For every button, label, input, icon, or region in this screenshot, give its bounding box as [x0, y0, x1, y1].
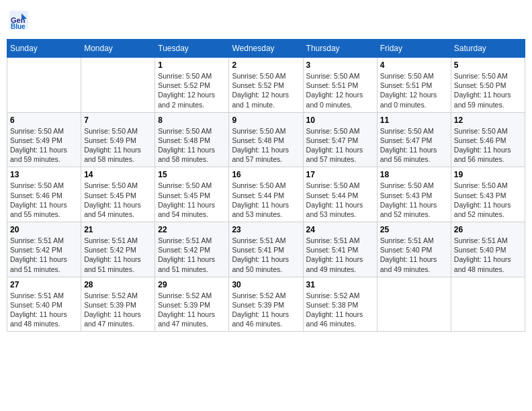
- calendar-cell: 6Sunrise: 5:50 AM Sunset: 5:49 PM Daylig…: [7, 112, 81, 167]
- calendar-cell: 30Sunrise: 5:52 AM Sunset: 5:39 PM Dayli…: [229, 277, 303, 332]
- day-number: 1: [158, 60, 226, 70]
- day-number: 11: [380, 116, 448, 125]
- day-number: 27: [10, 280, 78, 289]
- calendar-cell: 9Sunrise: 5:50 AM Sunset: 5:48 PM Daylig…: [229, 112, 303, 167]
- day-number: 22: [158, 225, 226, 234]
- day-info: Sunrise: 5:50 AM Sunset: 5:48 PM Dayligh…: [158, 126, 226, 165]
- day-number: 31: [306, 280, 374, 289]
- calendar-cell: 1Sunrise: 5:50 AM Sunset: 5:52 PM Daylig…: [155, 58, 229, 113]
- day-info: Sunrise: 5:50 AM Sunset: 5:45 PM Dayligh…: [84, 181, 152, 219]
- day-number: 20: [10, 225, 78, 234]
- weekday-header: Sunday: [7, 40, 81, 58]
- calendar-cell: 26Sunrise: 5:51 AM Sunset: 5:40 PM Dayli…: [451, 222, 525, 277]
- calendar-cell: 16Sunrise: 5:50 AM Sunset: 5:44 PM Dayli…: [229, 167, 303, 222]
- day-info: Sunrise: 5:50 AM Sunset: 5:49 PM Dayligh…: [10, 126, 78, 165]
- calendar-cell: 19Sunrise: 5:50 AM Sunset: 5:43 PM Dayli…: [451, 167, 525, 222]
- calendar-cell: 28Sunrise: 5:52 AM Sunset: 5:39 PM Dayli…: [81, 277, 155, 332]
- day-number: 23: [232, 225, 300, 234]
- day-info: Sunrise: 5:52 AM Sunset: 5:38 PM Dayligh…: [306, 291, 374, 329]
- weekday-header: Saturday: [451, 40, 525, 58]
- calendar-header-row: SundayMondayTuesdayWednesdayThursdayFrid…: [7, 40, 525, 58]
- weekday-header: Thursday: [303, 40, 377, 58]
- day-info: Sunrise: 5:52 AM Sunset: 5:39 PM Dayligh…: [232, 291, 300, 329]
- calendar-cell: 3Sunrise: 5:50 AM Sunset: 5:51 PM Daylig…: [303, 58, 377, 113]
- day-info: Sunrise: 5:50 AM Sunset: 5:49 PM Dayligh…: [84, 126, 152, 165]
- day-number: 24: [306, 225, 374, 234]
- svg-text:Blue: Blue: [11, 23, 26, 30]
- day-number: 21: [84, 225, 152, 234]
- weekday-header: Wednesday: [229, 40, 303, 58]
- day-number: 26: [454, 225, 522, 234]
- day-info: Sunrise: 5:51 AM Sunset: 5:41 PM Dayligh…: [306, 236, 374, 274]
- day-number: 8: [158, 116, 226, 125]
- calendar-cell: 27Sunrise: 5:51 AM Sunset: 5:40 PM Dayli…: [7, 277, 81, 332]
- day-info: Sunrise: 5:51 AM Sunset: 5:40 PM Dayligh…: [10, 291, 78, 329]
- day-number: 30: [232, 280, 300, 289]
- day-number: 13: [10, 170, 78, 179]
- page-header: Gen Blue: [7, 7, 525, 34]
- calendar-cell: 10Sunrise: 5:50 AM Sunset: 5:47 PM Dayli…: [303, 112, 377, 167]
- calendar-cell: 15Sunrise: 5:50 AM Sunset: 5:45 PM Dayli…: [155, 167, 229, 222]
- day-number: 2: [232, 60, 300, 70]
- calendar-cell: 5Sunrise: 5:50 AM Sunset: 5:50 PM Daylig…: [451, 58, 525, 113]
- day-number: 3: [306, 60, 374, 70]
- calendar-cell: 21Sunrise: 5:51 AM Sunset: 5:42 PM Dayli…: [81, 222, 155, 277]
- day-number: 19: [454, 170, 522, 179]
- day-info: Sunrise: 5:50 AM Sunset: 5:44 PM Dayligh…: [232, 181, 300, 219]
- day-number: 14: [84, 170, 152, 179]
- day-info: Sunrise: 5:50 AM Sunset: 5:46 PM Dayligh…: [10, 181, 78, 219]
- day-info: Sunrise: 5:50 AM Sunset: 5:43 PM Dayligh…: [380, 181, 448, 219]
- calendar-week-row: 20Sunrise: 5:51 AM Sunset: 5:42 PM Dayli…: [7, 222, 525, 277]
- day-info: Sunrise: 5:50 AM Sunset: 5:51 PM Dayligh…: [306, 71, 374, 109]
- calendar-week-row: 6Sunrise: 5:50 AM Sunset: 5:49 PM Daylig…: [7, 112, 525, 167]
- calendar-cell: 29Sunrise: 5:52 AM Sunset: 5:39 PM Dayli…: [155, 277, 229, 332]
- calendar-cell: [451, 277, 525, 332]
- day-number: 4: [380, 60, 448, 70]
- day-info: Sunrise: 5:51 AM Sunset: 5:42 PM Dayligh…: [84, 236, 152, 274]
- day-number: 29: [158, 280, 226, 289]
- day-number: 6: [10, 116, 78, 125]
- day-info: Sunrise: 5:50 AM Sunset: 5:44 PM Dayligh…: [306, 181, 374, 219]
- calendar-cell: 2Sunrise: 5:50 AM Sunset: 5:52 PM Daylig…: [229, 58, 303, 113]
- day-number: 16: [232, 170, 300, 179]
- day-info: Sunrise: 5:51 AM Sunset: 5:42 PM Dayligh…: [10, 236, 78, 274]
- day-info: Sunrise: 5:50 AM Sunset: 5:52 PM Dayligh…: [232, 71, 300, 109]
- calendar-cell: 25Sunrise: 5:51 AM Sunset: 5:40 PM Dayli…: [377, 222, 451, 277]
- day-number: 18: [380, 170, 448, 179]
- day-info: Sunrise: 5:51 AM Sunset: 5:41 PM Dayligh…: [232, 236, 300, 274]
- day-info: Sunrise: 5:51 AM Sunset: 5:40 PM Dayligh…: [380, 236, 448, 274]
- calendar-cell: 23Sunrise: 5:51 AM Sunset: 5:41 PM Dayli…: [229, 222, 303, 277]
- day-number: 9: [232, 116, 300, 125]
- day-number: 5: [454, 60, 522, 70]
- calendar-cell: [7, 58, 81, 113]
- day-info: Sunrise: 5:52 AM Sunset: 5:39 PM Dayligh…: [158, 291, 226, 329]
- calendar-cell: 13Sunrise: 5:50 AM Sunset: 5:46 PM Dayli…: [7, 167, 81, 222]
- day-number: 10: [306, 116, 374, 125]
- weekday-header: Friday: [377, 40, 451, 58]
- day-number: 17: [306, 170, 374, 179]
- day-info: Sunrise: 5:50 AM Sunset: 5:51 PM Dayligh…: [380, 71, 448, 109]
- calendar-cell: 17Sunrise: 5:50 AM Sunset: 5:44 PM Dayli…: [303, 167, 377, 222]
- calendar-week-row: 27Sunrise: 5:51 AM Sunset: 5:40 PM Dayli…: [7, 277, 525, 332]
- logo-icon: Gen Blue: [9, 11, 28, 30]
- day-info: Sunrise: 5:50 AM Sunset: 5:47 PM Dayligh…: [380, 126, 448, 165]
- day-info: Sunrise: 5:50 AM Sunset: 5:50 PM Dayligh…: [454, 71, 522, 109]
- day-info: Sunrise: 5:50 AM Sunset: 5:47 PM Dayligh…: [306, 126, 374, 165]
- calendar-cell: 31Sunrise: 5:52 AM Sunset: 5:38 PM Dayli…: [303, 277, 377, 332]
- day-info: Sunrise: 5:50 AM Sunset: 5:45 PM Dayligh…: [158, 181, 226, 219]
- calendar-week-row: 1Sunrise: 5:50 AM Sunset: 5:52 PM Daylig…: [7, 58, 525, 113]
- day-info: Sunrise: 5:50 AM Sunset: 5:46 PM Dayligh…: [454, 126, 522, 165]
- calendar-cell: [81, 58, 155, 113]
- calendar-week-row: 13Sunrise: 5:50 AM Sunset: 5:46 PM Dayli…: [7, 167, 525, 222]
- weekday-header: Monday: [81, 40, 155, 58]
- day-info: Sunrise: 5:50 AM Sunset: 5:52 PM Dayligh…: [158, 71, 226, 109]
- weekday-header: Tuesday: [155, 40, 229, 58]
- calendar-cell: 8Sunrise: 5:50 AM Sunset: 5:48 PM Daylig…: [155, 112, 229, 167]
- calendar-cell: 24Sunrise: 5:51 AM Sunset: 5:41 PM Dayli…: [303, 222, 377, 277]
- calendar-cell: 4Sunrise: 5:50 AM Sunset: 5:51 PM Daylig…: [377, 58, 451, 113]
- calendar-cell: 7Sunrise: 5:50 AM Sunset: 5:49 PM Daylig…: [81, 112, 155, 167]
- day-number: 7: [84, 116, 152, 125]
- day-number: 25: [380, 225, 448, 234]
- day-info: Sunrise: 5:50 AM Sunset: 5:43 PM Dayligh…: [454, 181, 522, 219]
- calendar-cell: 20Sunrise: 5:51 AM Sunset: 5:42 PM Dayli…: [7, 222, 81, 277]
